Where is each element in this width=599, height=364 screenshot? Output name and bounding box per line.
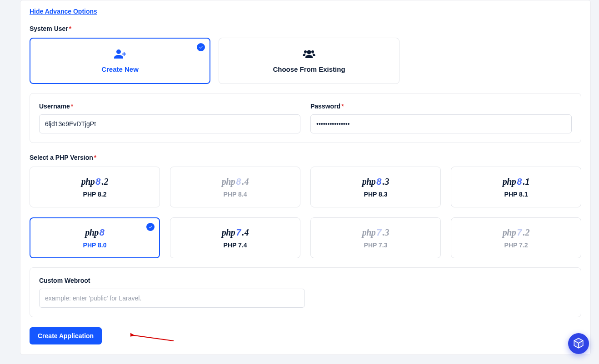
php-logo: php8.4 [222, 177, 249, 187]
php-version-option[interactable]: php8.2PHP 8.2 [30, 167, 160, 207]
php-logo-word: php [81, 177, 95, 187]
php-version-section: Select a PHP Version* php8.2PHP 8.2php8.… [30, 154, 581, 258]
php-logo-major: 8 [100, 227, 105, 238]
username-label-text: Username [39, 103, 70, 110]
php-logo-major: 7 [517, 227, 522, 238]
users-icon [302, 49, 316, 61]
php-logo-major: 7 [376, 227, 381, 238]
webroot-input[interactable] [39, 289, 305, 308]
system-user-choose-existing[interactable]: Choose From Existing [219, 38, 399, 84]
system-user-create-new-label: Create New [101, 65, 139, 73]
php-logo: php8.1 [503, 177, 530, 187]
php-logo-minor: .3 [382, 227, 389, 238]
php-logo-word: php [503, 177, 516, 187]
php-logo: php7.2 [503, 227, 530, 238]
password-label-text: Password [310, 103, 340, 110]
username-label: Username* [39, 103, 300, 110]
php-version-option[interactable]: php8.4PHP 8.4 [170, 167, 300, 207]
php-version-grid: php8.2PHP 8.2php8.4PHP 8.4php8.3PHP 8.3p… [30, 167, 581, 258]
php-version-label: PHP 7.2 [504, 241, 528, 249]
system-user-create-new[interactable]: Create New [30, 38, 210, 84]
php-version-label: PHP 8.4 [224, 191, 247, 198]
svg-point-4 [304, 50, 307, 53]
php-version-option[interactable]: php8PHP 8.0 [30, 217, 160, 258]
create-application-button[interactable]: Create Application [30, 327, 102, 344]
webroot-panel: Custom Webroot [30, 267, 581, 317]
required-asterisk: * [341, 103, 344, 110]
php-version-label: PHP 8.0 [83, 241, 107, 249]
svg-point-0 [116, 49, 121, 54]
password-input[interactable] [310, 114, 572, 133]
password-field-wrap: Password* [310, 103, 572, 133]
php-logo: php7.3 [362, 227, 389, 238]
php-logo-minor: .1 [523, 177, 529, 187]
php-version-label: PHP 8.1 [504, 191, 528, 198]
php-version-label: PHP 7.4 [224, 241, 247, 249]
php-logo-word: php [85, 227, 99, 238]
php-logo-minor: .4 [242, 227, 249, 238]
php-logo-word: php [362, 177, 376, 187]
system-user-options: Create New Choose From Existing [30, 38, 581, 84]
php-logo-minor: .3 [382, 177, 389, 187]
help-fab[interactable] [568, 333, 589, 354]
required-asterisk: * [69, 25, 71, 32]
php-logo-word: php [503, 227, 516, 238]
system-user-label: System User* [30, 25, 581, 32]
password-label: Password* [310, 103, 572, 110]
php-version-label: PHP 8.2 [83, 191, 107, 198]
php-logo-major: 8 [95, 177, 100, 187]
php-logo-word: php [222, 177, 235, 187]
svg-rect-2 [122, 54, 126, 54]
php-version-label-text: Select a PHP Version [30, 154, 93, 161]
required-asterisk: * [71, 103, 73, 110]
check-icon [146, 223, 155, 231]
check-icon [197, 43, 205, 51]
svg-line-6 [134, 335, 174, 341]
hide-advance-options-link[interactable]: Hide Advance Options [30, 8, 97, 15]
php-logo: php8.3 [362, 177, 389, 187]
php-logo: php7.4 [222, 227, 249, 238]
cube-icon [573, 337, 584, 350]
php-logo-word: php [222, 227, 235, 238]
php-logo-word: php [362, 227, 376, 238]
svg-point-5 [311, 50, 314, 53]
php-logo-major: 8 [376, 177, 381, 187]
php-version-option[interactable]: php8.1PHP 8.1 [451, 167, 581, 207]
php-logo-minor: .2 [101, 177, 108, 187]
webroot-label: Custom Webroot [39, 277, 572, 284]
php-version-label: PHP 8.3 [364, 191, 388, 198]
required-asterisk: * [94, 154, 96, 161]
system-user-label-text: System User [30, 25, 68, 32]
php-version-option[interactable]: php7.2PHP 7.2 [451, 217, 581, 258]
annotation-arrow-icon [130, 332, 176, 344]
php-version-option[interactable]: php7.4PHP 7.4 [170, 217, 300, 258]
php-logo-major: 8 [517, 177, 522, 187]
user-plus-icon [113, 49, 127, 61]
system-user-choose-existing-label: Choose From Existing [273, 65, 345, 73]
php-logo-major: 7 [236, 227, 241, 238]
php-version-option[interactable]: php8.3PHP 8.3 [310, 167, 441, 207]
php-logo-major: 8 [236, 177, 241, 187]
username-input[interactable] [39, 114, 300, 133]
php-logo-minor: .4 [242, 177, 249, 187]
username-field-wrap: Username* [39, 103, 300, 133]
php-version-label: PHP 7.3 [364, 241, 388, 249]
php-version-option[interactable]: php7.3PHP 7.3 [310, 217, 441, 258]
php-logo: php8.2 [81, 177, 109, 187]
credentials-panel: Username* Password* [30, 93, 581, 143]
application-form-panel: Hide Advance Options System User* Create… [20, 0, 591, 355]
php-logo-minor: .2 [523, 227, 529, 238]
php-version-label: Select a PHP Version* [30, 154, 581, 161]
svg-point-3 [307, 50, 311, 54]
php-logo: php8 [85, 227, 105, 238]
